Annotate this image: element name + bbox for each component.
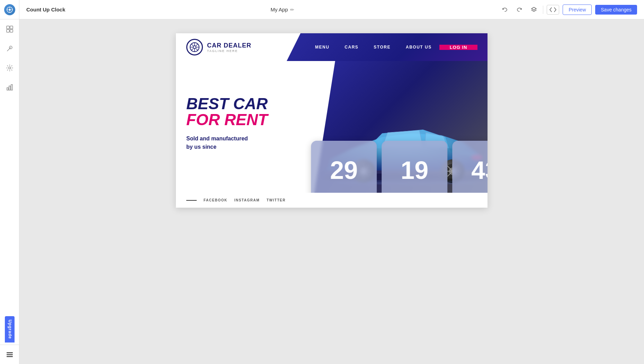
svg-rect-8 <box>7 29 9 32</box>
code-button[interactable] <box>547 5 559 15</box>
layers-button[interactable] <box>528 4 539 15</box>
svg-rect-6 <box>7 26 9 29</box>
stack-icon <box>6 350 14 359</box>
edit-app-name-icon[interactable]: ✏ <box>290 7 294 12</box>
social-divider <box>186 200 197 201</box>
nav-cars[interactable]: CARS <box>337 33 366 61</box>
logo-area: CAR DEALER TAGLINE HERE <box>176 33 287 61</box>
logo-circle <box>4 4 15 15</box>
upgrade-button[interactable]: Upgrade <box>5 316 15 343</box>
logo-icon <box>6 6 13 13</box>
svg-point-1 <box>9 9 11 11</box>
countdown-days-card: 29 Days <box>311 141 377 193</box>
grid-icon <box>6 25 14 33</box>
svg-line-24 <box>191 44 194 46</box>
sidebar-item-grid[interactable] <box>0 19 19 39</box>
sidebar-bottom: Upgrade <box>0 314 19 364</box>
topbar: Count Up Clock My App ✏ <box>19 0 644 19</box>
topbar-divider <box>543 6 543 14</box>
svg-rect-9 <box>10 29 13 32</box>
canvas-area: CAR DEALER TAGLINE HERE MENU CARS STORE … <box>19 19 644 364</box>
sidebar-bottom-tools[interactable] <box>0 345 19 364</box>
svg-line-27 <box>191 49 194 51</box>
countdown-days-number: 29 <box>311 141 377 193</box>
undo-icon <box>502 7 508 13</box>
countdown-minutes-number: 43 <box>452 141 488 193</box>
svg-rect-13 <box>11 85 12 90</box>
car-dealer-header: CAR DEALER TAGLINE HERE MENU CARS STORE … <box>176 33 488 61</box>
svg-line-25 <box>196 49 198 51</box>
nav-login[interactable]: LOG IN <box>439 45 478 50</box>
countdown-container: 29 Days 19 Hours 43 Minutes <box>311 141 488 193</box>
app-name: My App <box>270 7 288 12</box>
svg-rect-7 <box>10 26 13 29</box>
hero-section: BEST CAR FOR RENT Sold and manufactured … <box>176 61 488 193</box>
preview-button[interactable]: Preview <box>563 5 592 15</box>
hero-title-sub: FOR RENT <box>186 112 304 128</box>
countdown-hours-card: 19 Hours <box>382 141 447 193</box>
wheel-icon <box>189 42 200 53</box>
svg-rect-12 <box>9 86 10 90</box>
dealer-nav: MENU CARS STORE ABOUT US LOG IN <box>287 33 488 61</box>
svg-rect-16 <box>7 356 13 357</box>
save-button[interactable]: Save changes <box>595 5 637 15</box>
redo-button[interactable] <box>514 4 525 15</box>
chart-icon <box>6 84 14 91</box>
hero-description: Sold and manufactured by us since <box>186 135 304 151</box>
app-logo[interactable] <box>0 0 19 19</box>
brand-name: CAR DEALER <box>207 42 251 49</box>
brand-tagline: TAGLINE HERE <box>207 49 251 53</box>
social-instagram[interactable]: INSTAGRAM <box>234 198 260 202</box>
svg-line-26 <box>196 44 198 46</box>
countdown-hours-number: 19 <box>382 141 447 193</box>
topbar-actions: Preview Save changes <box>499 4 637 15</box>
social-facebook[interactable]: FACEBOOK <box>204 198 227 202</box>
sidebar-item-stats[interactable] <box>0 78 19 97</box>
sidebar-item-settings[interactable] <box>0 58 19 78</box>
nav-menu[interactable]: MENU <box>307 33 337 61</box>
undo-button[interactable] <box>499 4 510 15</box>
hero-left: BEST CAR FOR RENT Sold and manufactured … <box>176 61 314 193</box>
sidebar: Upgrade <box>0 0 19 364</box>
svg-rect-14 <box>7 352 13 353</box>
social-links-bar: FACEBOOK INSTAGRAM TWITTER <box>176 193 488 208</box>
hero-title-main: BEST CAR <box>186 96 304 112</box>
preview-frame: CAR DEALER TAGLINE HERE MENU CARS STORE … <box>176 33 488 208</box>
social-twitter[interactable]: TWITTER <box>267 198 286 202</box>
nav-about[interactable]: ABOUT US <box>398 33 439 61</box>
layers-icon <box>531 7 537 13</box>
svg-rect-15 <box>7 354 13 355</box>
nav-store[interactable]: STORE <box>366 33 398 61</box>
dealer-logo-icon <box>186 39 203 55</box>
countdown-minutes-card: 43 Minutes <box>452 141 488 193</box>
svg-point-10 <box>9 67 11 69</box>
svg-marker-17 <box>531 7 536 10</box>
page-title: Count Up Clock <box>26 7 65 12</box>
topbar-center: My App ✏ <box>70 7 495 12</box>
redo-icon <box>516 7 522 13</box>
wrench-icon <box>6 45 14 52</box>
brand-text: CAR DEALER TAGLINE HERE <box>207 42 251 53</box>
gear-icon <box>6 64 14 72</box>
main-area: Count Up Clock My App ✏ <box>19 0 644 364</box>
sidebar-item-tools[interactable] <box>0 39 19 58</box>
svg-point-19 <box>193 46 196 49</box>
code-icon <box>549 7 556 12</box>
svg-rect-11 <box>7 88 8 90</box>
